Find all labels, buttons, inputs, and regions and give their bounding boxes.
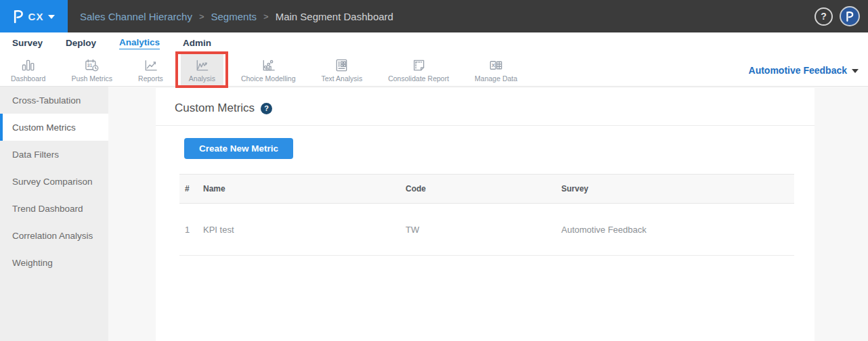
calendar-clock-icon: 31 xyxy=(83,58,100,73)
page-dashed-icon xyxy=(410,58,427,73)
cell-survey: Automotive Feedback xyxy=(561,225,794,235)
help-icon[interactable]: ? xyxy=(261,103,272,114)
tool-label: Consolidate Report xyxy=(388,74,449,83)
tool-push-metrics[interactable]: 31 Push Metrics xyxy=(63,54,121,86)
column-header-name: Name xyxy=(203,184,406,194)
sidebar-item-custom-metrics[interactable]: Custom Metrics xyxy=(0,114,108,141)
card-header: Custom Metrics ? xyxy=(156,88,815,126)
excel-table-icon: X xyxy=(487,58,504,73)
help-icon[interactable]: ? xyxy=(815,7,833,26)
scatter-chart-icon xyxy=(260,58,277,73)
profile-icon[interactable] xyxy=(840,6,860,26)
tool-label: Dashboard xyxy=(11,74,45,83)
line-chart-icon xyxy=(142,58,159,73)
help-glyph: ? xyxy=(264,104,269,112)
bar-chart-icon xyxy=(20,58,37,73)
sidebar-item-trend-dashboard[interactable]: Trend Dashboard xyxy=(0,195,108,222)
tool-label: Choice Modelling xyxy=(241,74,296,83)
breadcrumb-separator: > xyxy=(199,12,204,22)
custom-metrics-table: # Name Code Survey 1 KPI test TW Automot… xyxy=(179,174,794,256)
tool-consolidate-report[interactable]: Consolidate Report xyxy=(380,54,457,86)
logo-text: CX xyxy=(28,11,44,22)
top-bar: CX Sales Channel Hierarchy > Segments > … xyxy=(0,0,868,32)
tool-label: Analysis xyxy=(189,74,215,83)
cell-code: TW xyxy=(406,225,561,235)
main-content: Custom Metrics ? Create New Metric # Nam… xyxy=(108,87,868,341)
sidebar-item-cross-tabulation[interactable]: Cross-Tabulation xyxy=(0,87,108,114)
table-row[interactable]: 1 KPI test TW Automotive Feedback xyxy=(179,204,794,256)
svg-text:31: 31 xyxy=(87,62,93,67)
tool-dashboard[interactable]: Dashboard xyxy=(3,54,53,86)
nav-tab-deploy[interactable]: Deploy xyxy=(66,38,96,49)
custom-metrics-card: Custom Metrics ? Create New Metric # Nam… xyxy=(156,88,815,341)
breadcrumb-link[interactable]: Sales Channel Hierarchy xyxy=(80,11,192,22)
help-glyph: ? xyxy=(821,11,827,22)
survey-selector-label: Automotive Feedback xyxy=(749,65,847,76)
breadcrumb-current: Main Segment Dashboard xyxy=(276,11,393,22)
document-grid-icon xyxy=(333,58,350,73)
logo-p-icon xyxy=(13,8,24,24)
primary-nav: Survey Deploy Analytics Admin xyxy=(0,32,868,54)
analysis-sidebar: Cross-Tabulation Custom Metrics Data Fil… xyxy=(0,87,108,341)
survey-selector-dropdown[interactable]: Automotive Feedback xyxy=(749,54,868,86)
sidebar-item-correlation-analysis[interactable]: Correlation Analysis xyxy=(0,222,108,249)
tool-label: Push Metrics xyxy=(71,74,112,83)
breadcrumb-link[interactable]: Segments xyxy=(211,11,257,22)
button-row: Create New Metric xyxy=(156,126,815,159)
nav-tab-analytics[interactable]: Analytics xyxy=(119,37,160,49)
column-header-survey: Survey xyxy=(561,184,794,194)
sidebar-item-survey-comparison[interactable]: Survey Comparison xyxy=(0,168,108,195)
nav-tab-admin[interactable]: Admin xyxy=(183,38,211,49)
tool-text-analysis[interactable]: Text Analysis xyxy=(313,54,370,86)
sidebar-item-data-filters[interactable]: Data Filters xyxy=(0,141,108,168)
cell-name: KPI test xyxy=(203,225,406,235)
page-title: Custom Metrics xyxy=(175,101,255,115)
topbar-actions: ? xyxy=(815,6,868,26)
cell-number: 1 xyxy=(179,225,203,235)
svg-text:X: X xyxy=(492,62,496,68)
app-window: CX Sales Channel Hierarchy > Segments > … xyxy=(0,0,868,341)
tool-choice-modelling[interactable]: Choice Modelling xyxy=(233,54,304,86)
column-header-code: Code xyxy=(406,184,561,194)
tool-analysis[interactable]: Analysis xyxy=(181,54,223,86)
app-logo[interactable]: CX xyxy=(0,0,68,32)
create-new-metric-button[interactable]: Create New Metric xyxy=(184,138,293,159)
tool-reports[interactable]: Reports xyxy=(130,54,171,86)
breadcrumb: Sales Channel Hierarchy > Segments > Mai… xyxy=(80,11,393,22)
chevron-down-icon xyxy=(48,15,55,19)
tool-label: Reports xyxy=(138,74,163,83)
body-row: Cross-Tabulation Custom Metrics Data Fil… xyxy=(0,87,868,341)
tool-label: Text Analysis xyxy=(321,74,362,83)
analysis-chart-icon xyxy=(194,58,211,73)
profile-p-icon xyxy=(846,10,854,22)
tool-label: Manage Data xyxy=(475,74,517,83)
analytics-toolbar: Dashboard 31 Push Metrics Reports xyxy=(0,54,868,87)
chevron-down-icon xyxy=(852,69,859,73)
column-header-number: # xyxy=(179,184,203,194)
breadcrumb-separator: > xyxy=(263,12,269,22)
table-header-row: # Name Code Survey xyxy=(179,174,794,204)
sidebar-item-weighting[interactable]: Weighting xyxy=(0,249,108,276)
nav-tab-survey[interactable]: Survey xyxy=(12,38,43,49)
tool-manage-data[interactable]: X Manage Data xyxy=(466,54,525,86)
